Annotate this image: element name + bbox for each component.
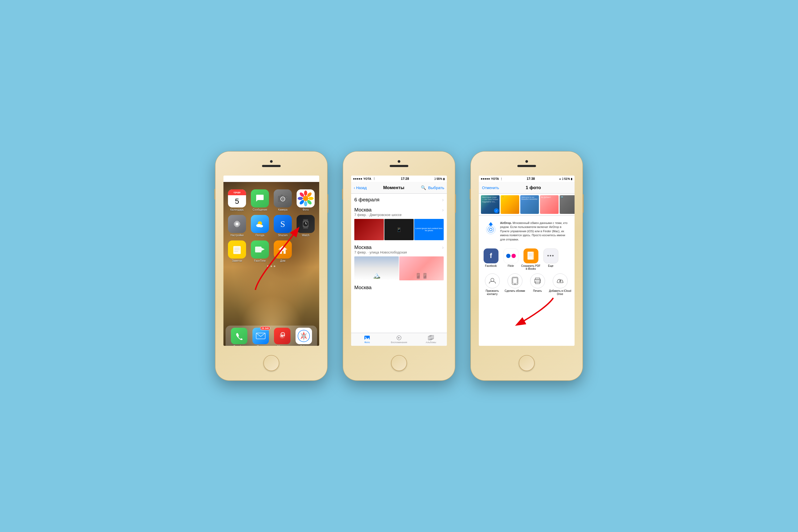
app-weather[interactable]: Погода [249,215,270,237]
photo-snow[interactable]: 🏔️ [354,256,399,280]
photo-iphone-dark[interactable]: 📱 [384,219,414,240]
section-date[interactable]: 6 февраля › [351,194,447,204]
app-watch[interactable]: Watch [295,215,316,237]
speaker-3 [517,165,536,167]
strip-photo-4[interactable]: Au Дебают! [540,195,558,214]
action-assign-contact[interactable]: Присвоить контакту [481,273,504,296]
phone2-screen: YOTA ⋮ 17:28 ℷ 55% ▮ ‹ Назад Моменты � [351,175,447,346]
action-assign-label: Присвоить контакту [481,289,504,296]
dock-music[interactable]: Музыка [274,328,290,346]
svg-point-71 [539,280,540,281]
phone3-container: YOTA ⋮ 17:38 ▲ ℷ 51% ▮ Отменить 1 фото 空 [471,152,583,380]
svg-rect-25 [233,246,241,254]
app-home[interactable]: Дом [272,241,293,262]
svg-marker-49 [398,337,400,339]
dock-phone[interactable]: Телефон [231,328,247,346]
strip-photo-1[interactable]: ✓ Некоторые люди — это тали Только подум… [481,195,499,214]
page-dots [224,264,319,268]
wifi-2: ⋮ [373,177,376,180]
action-ibooks-label: Сохранить PDF в iBooks [521,264,541,270]
safari-icon [298,329,310,342]
svg-point-53 [490,228,492,231]
svg-point-67 [514,284,515,284]
tab-memories[interactable]: Воспоминания [383,333,415,346]
section-moscow1[interactable]: Москва › [351,204,447,213]
action-facebook[interactable]: f Facebook [481,248,501,270]
battery-pct-3: 51% [564,177,570,180]
strip-photo-3[interactable]: Welcome to our Beautiful newsletter [520,195,539,214]
home-button-1[interactable] [263,355,279,371]
action-more[interactable]: ••• Еще [541,248,561,270]
app-notes[interactable]: Заметки [227,241,247,262]
strip-photo-2[interactable]: 👶 [500,195,519,214]
svg-point-6 [304,190,307,196]
app-settings-label: Настройки [230,234,243,237]
dock-safari-label: Safari [300,345,307,346]
action-ibooks[interactable]: Сохранить PDF в iBooks [521,248,541,270]
notes-icon [232,244,242,254]
tab-photos[interactable]: Фото [351,333,383,346]
app-photos[interactable]: Фото [295,189,316,211]
action-flickr[interactable]: Flickr [501,248,521,270]
app-empty [295,241,316,262]
action-print[interactable]: Печать [526,273,549,296]
photos-icon-svg [297,189,315,208]
action-wallpaper[interactable]: Сделать обоями [504,273,526,296]
phone-wallpaper-icon [512,277,518,285]
app-camera[interactable]: Камера [272,189,293,211]
mail-badge: 25 340 [260,326,270,330]
signal-2 [353,178,362,179]
icloud-svg [556,278,564,284]
phone2-top [343,152,455,175]
app-facetime[interactable]: FaceTime [249,241,270,262]
home-button-3[interactable] [519,355,535,371]
airdrop-icon [484,221,497,234]
share-actions: f Facebook Flickr [479,247,574,272]
photo-text-blue[interactable]: Lorem ipsum text content here for photo [414,219,444,240]
svg-rect-29 [255,247,262,252]
section-date-title: 6 февраля [354,197,380,203]
action-icloud[interactable]: Добавить в iCloud Drive [549,273,571,296]
dock-safari[interactable]: Safari [296,328,312,346]
svg-point-64 [491,278,494,281]
carrier-1: YOTA [236,177,244,180]
photo-speakers[interactable] [354,219,384,240]
phone3-bottom [471,346,583,380]
back-button[interactable]: ‹ Назад [354,186,367,190]
svg-rect-69 [535,278,540,280]
share-count: 1 фото [526,185,541,190]
svg-point-18 [259,225,263,227]
svg-marker-30 [262,248,265,251]
svg-rect-60 [528,252,533,259]
print-icon [534,278,542,284]
print-icon-circle [530,273,545,288]
cancel-button[interactable]: Отменить [482,186,499,190]
app-shazam[interactable]: S Shazam [272,215,293,237]
photo-pink-phones[interactable]: 📱📱 [399,256,444,280]
dock-mail[interactable]: 25 340 Почта [252,328,269,346]
search-button[interactable]: 🔍 [421,185,426,190]
photo-grid-2: 🏔️ 📱📱 [351,255,447,281]
phone2-container: YOTA ⋮ 17:28 ℷ 55% ▮ ‹ Назад Моменты � [343,152,455,380]
svg-point-2 [281,198,284,200]
section-moscow2[interactable]: Москва › [351,241,447,250]
svg-point-54 [488,227,494,232]
home-button-2[interactable] [391,355,407,371]
messages-icon [255,194,265,203]
memories-tab-icon [396,335,402,341]
time-1: 17:26 [273,177,281,180]
battery-pct-2: 55% [437,177,442,180]
phone2: YOTA ⋮ 17:28 ℷ 55% ▮ ‹ Назад Моменты � [343,152,455,380]
home-icon-svg [278,245,288,254]
select-button[interactable]: Выбрать [428,185,444,190]
strip-photo-5[interactable]: 🏙️ [560,195,574,214]
app-messages[interactable]: Сообщения [249,189,270,211]
app-calendar[interactable]: среда 5 Календарь [227,189,247,211]
section-moscow3: Москва [351,281,447,291]
tab-albums[interactable]: Альбомы [415,333,447,346]
app-settings[interactable]: Настройки [227,215,247,237]
app-grid: среда 5 Календарь Сообщения [224,182,319,264]
app-weather-label: Погода [255,234,264,237]
svg-point-46 [365,337,366,338]
icloud-icon [553,273,568,288]
